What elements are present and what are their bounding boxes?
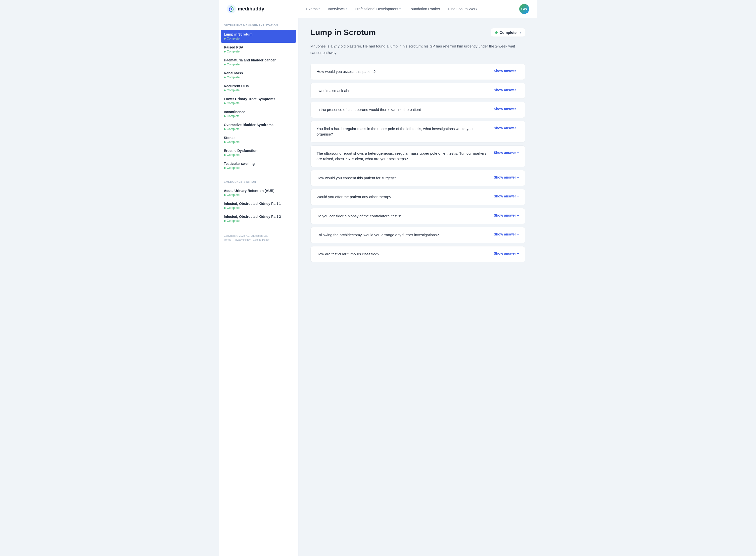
sidebar-item-stones[interactable]: Stones Complete bbox=[219, 133, 298, 146]
sidebar-item-title: Lump in Scrotum bbox=[224, 32, 293, 36]
app-container: medibuddy Exams ▾ Interviews ▾ Professio… bbox=[219, 0, 537, 556]
show-answer-button-4[interactable]: Show answer + bbox=[494, 126, 519, 130]
show-answer-button-5[interactable]: Show answer + bbox=[494, 151, 519, 155]
nav-interviews[interactable]: Interviews ▾ bbox=[328, 7, 347, 11]
sidebar-item-status: Complete bbox=[224, 89, 293, 92]
main-content: Lump in Scrotum Complete ▾ Mr Jones is a… bbox=[299, 18, 537, 556]
show-answer-button-9[interactable]: Show answer + bbox=[494, 232, 519, 236]
sidebar-item-title: Testicular swelling bbox=[224, 162, 293, 166]
sidebar-item-status: Complete bbox=[224, 101, 293, 105]
sidebar-item-infected-kidney-2[interactable]: Infected, Obstructed Kidney Part 2 Compl… bbox=[219, 212, 298, 225]
sidebar-divider bbox=[224, 176, 293, 176]
sidebar-item-title: Acute Urinary Retention (AUR) bbox=[224, 189, 293, 193]
sidebar-item-status: Complete bbox=[224, 219, 293, 222]
sidebar-item-infected-kidney-1[interactable]: Infected, Obstructed Kidney Part 1 Compl… bbox=[219, 199, 298, 212]
sidebar-item-status: Complete bbox=[224, 193, 293, 197]
sidebar-item-status: Complete bbox=[224, 153, 293, 157]
status-badge-label: Complete bbox=[500, 30, 517, 35]
sidebar-item-title: Raised PSA bbox=[224, 45, 293, 49]
question-card-6: How would you consent this patient for s… bbox=[310, 170, 525, 186]
status-dot bbox=[224, 51, 226, 53]
show-answer-button-6[interactable]: Show answer + bbox=[494, 175, 519, 179]
status-dot bbox=[224, 77, 226, 78]
show-answer-button-7[interactable]: Show answer + bbox=[494, 194, 519, 198]
logo-text: medibuddy bbox=[238, 6, 264, 12]
sidebar-item-title: Erectile Dysfunction bbox=[224, 149, 293, 153]
sidebar-item-status: Complete bbox=[224, 37, 293, 40]
sidebar-item-title: Infected, Obstructed Kidney Part 2 bbox=[224, 215, 293, 218]
status-dot bbox=[224, 64, 226, 65]
nav-foundation-ranker[interactable]: Foundation Ranker bbox=[409, 7, 440, 11]
status-dot bbox=[224, 220, 226, 222]
sidebar-item-title: Recurrent UTIs bbox=[224, 84, 293, 88]
question-card-5: The ultrasound report shows a heterogene… bbox=[310, 145, 525, 167]
sidebar-item-renal-mass[interactable]: Renal Mass Complete bbox=[219, 69, 298, 81]
cookie-link[interactable]: Cookie Policy bbox=[253, 238, 270, 241]
question-text: The ultrasound report shows a heterogene… bbox=[317, 151, 490, 162]
sidebar-item-title: Overactive Bladder Syndrome bbox=[224, 123, 293, 127]
sidebar-item-status: Complete bbox=[224, 63, 293, 66]
privacy-link[interactable]: Privacy Policy bbox=[234, 238, 250, 241]
sidebar-item-overactive-bladder[interactable]: Overactive Bladder Syndrome Complete bbox=[219, 120, 298, 133]
sidebar-item-erectile-dysfunction[interactable]: Erectile Dysfunction Complete bbox=[219, 146, 298, 159]
sidebar-item-status: Complete bbox=[224, 127, 293, 131]
nav-exams[interactable]: Exams ▾ bbox=[306, 7, 320, 11]
sidebar-item-aur[interactable]: Acute Urinary Retention (AUR) Complete bbox=[219, 186, 298, 199]
sidebar-item-status: Complete bbox=[224, 206, 293, 210]
status-badge-dropdown[interactable]: Complete ▾ bbox=[491, 28, 525, 37]
logo-icon bbox=[227, 4, 236, 13]
show-answer-button-1[interactable]: Show answer + bbox=[494, 69, 519, 73]
question-text: In the presence of a chaperone would the… bbox=[317, 107, 490, 113]
question-text: How are testicular tumours classified? bbox=[317, 251, 490, 257]
avatar[interactable]: GW bbox=[519, 4, 529, 14]
sidebar-section-label-2: Emergency Station bbox=[219, 180, 298, 186]
question-card-10: How are testicular tumours classified? S… bbox=[310, 246, 525, 262]
sidebar-item-lower-urinary-tract[interactable]: Lower Urinary Tract Symptoms Complete bbox=[219, 95, 298, 107]
sidebar-item-status: Complete bbox=[224, 50, 293, 53]
show-answer-button-8[interactable]: Show answer + bbox=[494, 213, 519, 217]
header: medibuddy Exams ▾ Interviews ▾ Professio… bbox=[219, 0, 537, 18]
sidebar-section-label-1: Outpatient Management Station bbox=[219, 24, 298, 30]
sidebar-item-title: Renal Mass bbox=[224, 71, 293, 75]
content-header: Lump in Scrotum Complete ▾ bbox=[310, 28, 525, 37]
sidebar-item-title: Lower Urinary Tract Symptoms bbox=[224, 97, 293, 101]
sidebar-item-status: Complete bbox=[224, 140, 293, 144]
status-dot bbox=[224, 141, 226, 143]
logo-area: medibuddy bbox=[227, 4, 264, 13]
question-text: You find a hard irregular mass in the up… bbox=[317, 126, 490, 137]
question-text: How would you assess this patient? bbox=[317, 69, 490, 75]
question-card-1: How would you assess this patient? Show … bbox=[310, 64, 525, 80]
nav-find-locum-work[interactable]: Find Locum Work bbox=[448, 7, 477, 11]
sidebar-item-title: Haematuria and bladder cancer bbox=[224, 58, 293, 62]
sidebar-item-haematuria[interactable]: Haematuria and bladder cancer Complete bbox=[219, 56, 298, 69]
show-answer-button-2[interactable]: Show answer + bbox=[494, 88, 519, 92]
question-card-2: I would also ask about: Show answer + bbox=[310, 83, 525, 99]
sidebar-item-testicular-swelling[interactable]: Testicular swelling Complete bbox=[219, 159, 298, 172]
sidebar-item-title: Stones bbox=[224, 136, 293, 140]
status-dot bbox=[224, 128, 226, 130]
intro-text: Mr Jones is a 24y old plasterer. He had … bbox=[310, 43, 525, 56]
show-answer-button-3[interactable]: Show answer + bbox=[494, 107, 519, 111]
svg-point-1 bbox=[231, 8, 232, 10]
question-card-3: In the presence of a chaperone would the… bbox=[310, 102, 525, 118]
status-dot bbox=[224, 154, 226, 156]
page-title: Lump in Scrotum bbox=[310, 28, 376, 37]
status-badge-dot bbox=[495, 31, 497, 34]
question-text: How would you consent this patient for s… bbox=[317, 175, 490, 181]
sidebar: Outpatient Management Station Lump in Sc… bbox=[219, 18, 299, 556]
question-card-4: You find a hard irregular mass in the up… bbox=[310, 121, 525, 142]
sidebar-item-raised-psa[interactable]: Raised PSA Complete bbox=[219, 43, 298, 56]
sidebar-item-title: Incontinence bbox=[224, 110, 293, 114]
chevron-down-icon: ▾ bbox=[400, 7, 401, 10]
terms-link[interactable]: Terms bbox=[224, 238, 231, 241]
show-answer-button-10[interactable]: Show answer + bbox=[494, 251, 519, 255]
status-dot bbox=[224, 207, 226, 209]
question-text: Do you consider a biopsy of the contrala… bbox=[317, 213, 490, 219]
nav-professional-development[interactable]: Professional Development ▾ bbox=[355, 7, 401, 11]
question-text: Following the orchidectomy, would you ar… bbox=[317, 232, 490, 238]
sidebar-item-incontinence[interactable]: Incontinence Complete bbox=[219, 107, 298, 120]
sidebar-item-recurrent-utis[interactable]: Recurrent UTIs Complete bbox=[219, 81, 298, 95]
question-card-8: Do you consider a biopsy of the contrala… bbox=[310, 208, 525, 224]
question-text: Would you offer the patient any other th… bbox=[317, 194, 490, 200]
sidebar-item-lump-in-scrotum[interactable]: Lump in Scrotum Complete bbox=[221, 30, 296, 43]
